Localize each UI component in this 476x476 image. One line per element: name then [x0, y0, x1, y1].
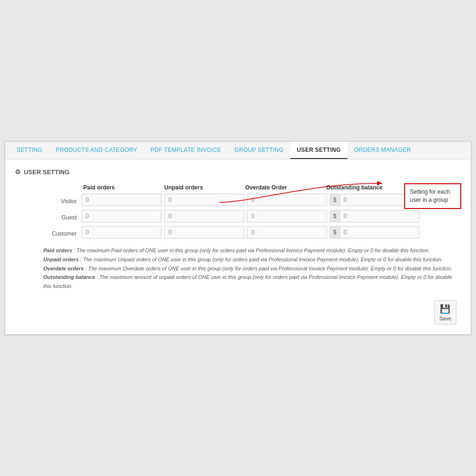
visitor-overdate-order-input[interactable] [247, 194, 327, 206]
customer-outstanding-balance-wrapper: $ [330, 226, 419, 238]
gear-icon: ⚙ [15, 168, 21, 176]
dollar-sign-visitor: $ [330, 194, 340, 206]
guest-overdate-order-input[interactable] [247, 210, 327, 222]
guest-unpaid-orders-input[interactable] [164, 210, 244, 222]
note-unpaid-orders: Unpaid orders : The maximum Unpaid order… [43, 255, 461, 264]
note-paid-orders: Paid orders : The maximum Paid orders of… [43, 246, 461, 255]
settings-table: Paid orders Unpaid orders Overdate Order… [43, 184, 405, 238]
tab-pdf-template-invoice[interactable]: PDF TEMPLATE INVOICE [144, 142, 228, 159]
page-wrapper: SETTING PRODUCTS AND CATEGORY PDF TEMPLA… [5, 141, 471, 334]
notes-section: Paid orders : The maximum Paid orders of… [43, 246, 461, 290]
note-outstanding-balance-bold: Outstanding balance [43, 274, 95, 280]
save-area: 💾 Save [15, 296, 461, 325]
table-row-visitor: Visitor $ [43, 194, 405, 206]
note-paid-orders-text: : The maximum Paid orders of ONE user in… [74, 248, 430, 253]
content-area: Setting for each user in a group ⚙ USER … [5, 159, 471, 334]
guest-outstanding-balance-input[interactable] [340, 210, 419, 222]
empty-label [43, 184, 81, 191]
callout-box: Setting for each user in a group [404, 183, 461, 209]
tab-products-and-category[interactable]: PRODUCTS AND CATEGORY [49, 142, 144, 159]
note-outstanding-balance: Outstanding balance : The maximum amount… [43, 273, 461, 290]
table-row-customer: Customer $ [43, 226, 405, 238]
tab-user-setting[interactable]: USER SETTING [290, 142, 347, 159]
row-label-customer: Customer [43, 228, 81, 237]
visitor-paid-orders-input[interactable] [81, 194, 161, 206]
guest-outstanding-balance-wrapper: $ [330, 210, 419, 222]
note-paid-orders-bold: Paid orders [43, 248, 72, 253]
col-paid-orders-header: Paid orders [81, 184, 162, 191]
customer-paid-orders-input[interactable] [81, 226, 161, 238]
save-label: Save [439, 316, 451, 321]
customer-unpaid-orders-input[interactable] [164, 226, 244, 238]
callout-text: Setting for each user in a group [410, 188, 450, 203]
note-outstanding-balance-text: : The maximum amount of unpaid orders of… [43, 274, 452, 289]
customer-overdate-order-input[interactable] [247, 226, 327, 238]
save-button[interactable]: 💾 Save [434, 300, 456, 325]
section-header: ⚙ USER SETTING [15, 168, 461, 176]
dollar-sign-customer: $ [330, 227, 340, 238]
dollar-sign-guest: $ [330, 210, 340, 222]
table-header-row: Paid orders Unpaid orders Overdate Order… [43, 184, 405, 191]
note-overdate-orders: Overdate orders : The maximum Overdate o… [43, 264, 461, 273]
section-title: USER SETTING [24, 169, 69, 176]
tabs-bar: SETTING PRODUCTS AND CATEGORY PDF TEMPLA… [5, 142, 471, 159]
note-unpaid-orders-text: : The maximum Unpaid orders of ONE user … [80, 257, 443, 262]
note-overdate-orders-bold: Overdate orders [43, 266, 84, 271]
col-unpaid-orders-header: Unpaid orders [162, 184, 243, 191]
row-label-visitor: Visitor [43, 195, 81, 205]
col-overdate-order-header: Overdate Order [243, 184, 324, 191]
note-unpaid-orders-bold: Unpaid orders [43, 257, 79, 262]
tab-setting[interactable]: SETTING [10, 142, 49, 159]
col-outstanding-balance-header: Outstanding balance [324, 184, 405, 191]
customer-outstanding-balance-input[interactable] [340, 227, 419, 238]
save-icon: 💾 [440, 304, 450, 314]
note-overdate-orders-text: : The maximum Overdate orders of ONE use… [85, 266, 453, 271]
tab-group-setting[interactable]: GROUP SETTING [228, 142, 290, 159]
row-label-guest: Guest [43, 211, 81, 221]
guest-paid-orders-input[interactable] [81, 210, 161, 222]
tab-orders-manager[interactable]: ORDERS MANAGER [347, 142, 418, 159]
table-row-guest: Guest $ [43, 210, 405, 222]
visitor-unpaid-orders-input[interactable] [164, 194, 244, 206]
